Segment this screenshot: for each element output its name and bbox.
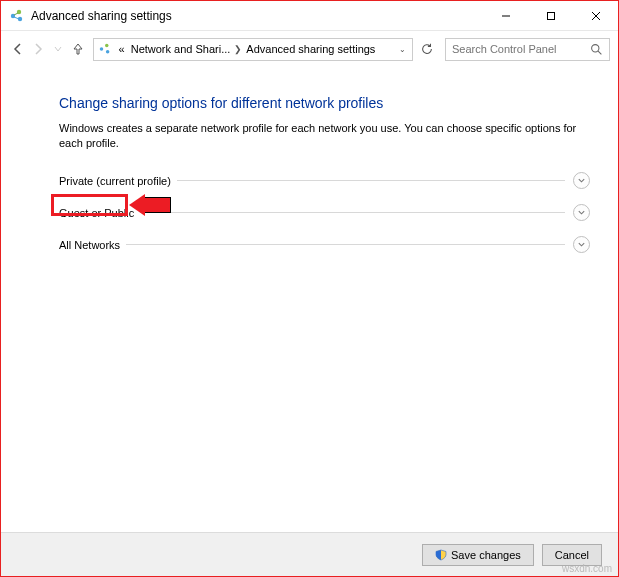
divider bbox=[140, 212, 565, 213]
section-label: Guest or Public bbox=[59, 207, 134, 219]
section-private[interactable]: Private (current profile) bbox=[59, 168, 590, 194]
chevron-down-icon[interactable] bbox=[573, 172, 590, 189]
back-button[interactable] bbox=[9, 37, 27, 61]
shield-icon bbox=[435, 549, 447, 561]
breadcrumb-item-advanced[interactable]: Advanced sharing settings bbox=[243, 43, 378, 55]
up-button[interactable] bbox=[69, 37, 87, 61]
svg-point-9 bbox=[99, 47, 103, 51]
chevron-down-icon[interactable] bbox=[573, 236, 590, 253]
section-label: All Networks bbox=[59, 239, 120, 251]
breadcrumb-prefix[interactable]: « bbox=[116, 43, 128, 55]
minimize-button[interactable] bbox=[483, 1, 528, 30]
forward-button[interactable] bbox=[29, 37, 47, 61]
section-all-networks[interactable]: All Networks bbox=[59, 232, 590, 258]
window-title: Advanced sharing settings bbox=[31, 9, 483, 23]
app-icon bbox=[9, 8, 25, 24]
maximize-button[interactable] bbox=[528, 1, 573, 30]
page-description: Windows creates a separate network profi… bbox=[59, 121, 579, 152]
address-bar[interactable]: « Network and Shari... ❯ Advanced sharin… bbox=[93, 38, 413, 61]
search-icon[interactable] bbox=[590, 43, 603, 56]
window-buttons bbox=[483, 1, 618, 30]
title-bar: Advanced sharing settings bbox=[1, 1, 618, 31]
page-heading: Change sharing options for different net… bbox=[59, 95, 590, 111]
section-label: Private (current profile) bbox=[59, 175, 171, 187]
svg-rect-6 bbox=[547, 12, 554, 19]
save-changes-button[interactable]: Save changes bbox=[422, 544, 534, 566]
breadcrumb-item-network[interactable]: Network and Shari... bbox=[128, 43, 234, 55]
svg-line-3 bbox=[14, 13, 18, 15]
section-guest-public[interactable]: Guest or Public bbox=[59, 200, 590, 226]
refresh-button[interactable] bbox=[419, 38, 435, 60]
divider bbox=[177, 180, 565, 181]
close-button[interactable] bbox=[573, 1, 618, 30]
search-input[interactable] bbox=[452, 43, 590, 55]
content-area: Change sharing options for different net… bbox=[1, 67, 618, 258]
svg-point-11 bbox=[105, 50, 109, 54]
watermark: wsxdn.com bbox=[562, 563, 612, 574]
svg-point-10 bbox=[105, 44, 109, 48]
search-box[interactable] bbox=[445, 38, 610, 61]
footer-bar: Save changes Cancel bbox=[1, 532, 618, 576]
chevron-down-icon[interactable] bbox=[573, 204, 590, 221]
button-label: Save changes bbox=[451, 549, 521, 561]
svg-point-12 bbox=[592, 44, 599, 51]
recent-dropdown[interactable] bbox=[49, 37, 67, 61]
svg-line-13 bbox=[598, 51, 601, 54]
nav-bar: « Network and Shari... ❯ Advanced sharin… bbox=[1, 31, 618, 67]
address-dropdown[interactable]: ⌄ bbox=[395, 45, 410, 54]
divider bbox=[126, 244, 565, 245]
chevron-right-icon: ❯ bbox=[233, 44, 243, 54]
address-icon bbox=[96, 40, 114, 58]
button-label: Cancel bbox=[555, 549, 589, 561]
